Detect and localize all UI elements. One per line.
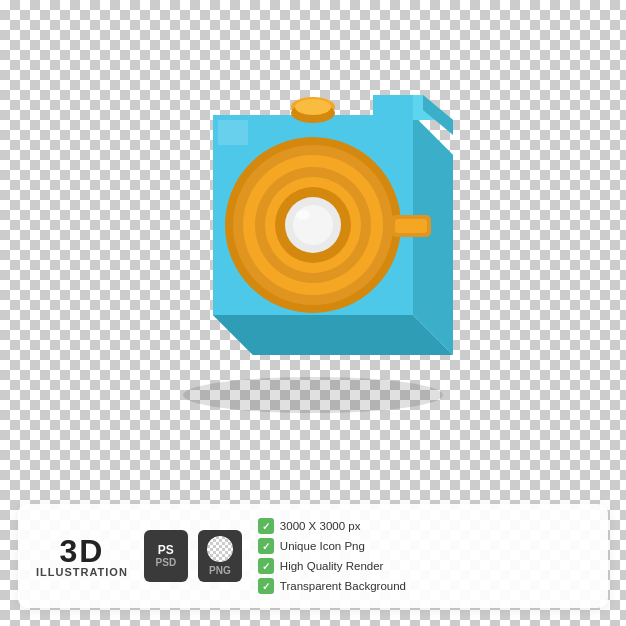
- feature-item-1: Unique Icon Png: [258, 538, 590, 554]
- check-icon-3: [258, 578, 274, 594]
- check-icon-2: [258, 558, 274, 574]
- viewfinder-front: [373, 95, 413, 120]
- check-icon-0: [258, 518, 274, 534]
- viewfinder-rect-inner: [395, 219, 427, 233]
- feature-item-3: Transparent Background: [258, 578, 590, 594]
- label-illustration: ILLUSTRATION: [36, 567, 128, 578]
- feature-item-2: High Quality Render: [258, 558, 590, 574]
- camera-bottom-face: [213, 315, 453, 355]
- label-3d: 3D: [59, 535, 104, 567]
- camera-svg-container: [103, 35, 523, 415]
- feature-text-3: Transparent Background: [280, 580, 406, 592]
- png-preview-checkered: [207, 536, 233, 562]
- lens-highlight: [296, 210, 310, 220]
- png-label-bottom: PNG: [209, 566, 231, 576]
- check-icon-1: [258, 538, 274, 554]
- feature-text-1: Unique Icon Png: [280, 540, 365, 552]
- main-canvas: 3D ILLUSTRATION PS PSD PNG 3000 X 3000 p…: [0, 0, 626, 626]
- shutter-button-highlight: [295, 99, 331, 115]
- feature-checklist: 3000 X 3000 px Unique Icon Png High Qual…: [258, 518, 590, 594]
- body-highlight-tl: [218, 120, 248, 145]
- camera-3d-svg: [103, 35, 523, 415]
- camera-shadow: [183, 377, 443, 413]
- ps-label-top: PS: [158, 544, 174, 556]
- label-3d-illustration: 3D ILLUSTRATION: [36, 535, 128, 578]
- info-card: 3D ILLUSTRATION PS PSD PNG 3000 X 3000 p…: [18, 504, 608, 608]
- file-type-icons: PS PSD PNG: [144, 530, 242, 582]
- feature-text-0: 3000 X 3000 px: [280, 520, 361, 532]
- ps-label-bottom: PSD: [156, 558, 177, 568]
- feature-text-2: High Quality Render: [280, 560, 384, 572]
- png-file-icon: PNG: [198, 530, 242, 582]
- ps-file-icon: PS PSD: [144, 530, 188, 582]
- camera-illustration-area: [0, 0, 626, 451]
- feature-item-0: 3000 X 3000 px: [258, 518, 590, 534]
